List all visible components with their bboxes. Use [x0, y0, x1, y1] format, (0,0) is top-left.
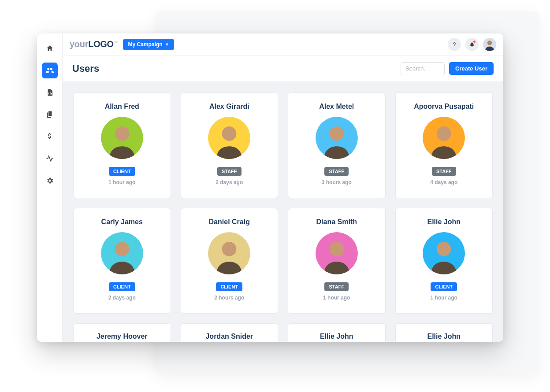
user-card[interactable]: Ellie John	[395, 323, 493, 342]
user-card[interactable]: Diana SmithSTAFF1 hour ago	[288, 208, 386, 314]
user-avatar	[101, 117, 143, 159]
user-card[interactable]: Ellie JohnCLIENT1 hour ago	[395, 208, 493, 314]
role-badge: STAFF	[217, 167, 242, 176]
time-ago: 2 days ago	[216, 179, 243, 185]
user-card[interactable]: Allan FredCLIENT1 hour ago	[73, 92, 171, 198]
avatar-icon	[208, 117, 250, 159]
user-avatar	[208, 117, 250, 159]
user-card[interactable]: Apoorva PusapatiSTAFF4 days ago	[395, 92, 493, 198]
home-icon	[46, 44, 54, 52]
user-grid: Allan FredCLIENT1 hour agoAlex GirardiST…	[73, 92, 493, 342]
user-name: Daniel Craig	[209, 218, 250, 226]
gear-icon	[46, 177, 54, 185]
role-badge: CLIENT	[109, 282, 135, 291]
main-column: yourLOGO™ My Campaign ▼ Users	[63, 33, 503, 342]
logo-tm: ™	[114, 41, 118, 44]
avatar-icon	[316, 232, 358, 274]
user-card[interactable]: Jordan Snider	[181, 323, 279, 342]
time-ago: 1 hour ago	[108, 179, 135, 185]
documents-icon	[46, 111, 54, 118]
user-name: Alex Girardi	[209, 103, 249, 111]
activity-icon	[46, 155, 54, 163]
notifications-button[interactable]	[465, 38, 479, 51]
user-name: Jordan Snider	[205, 333, 253, 340]
svg-point-13	[222, 242, 237, 256]
svg-point-15	[329, 242, 344, 256]
svg-point-17	[437, 242, 451, 256]
avatar-icon	[208, 232, 250, 274]
campaign-dropdown[interactable]: My Campaign ▼	[123, 39, 175, 50]
avatar-icon	[423, 117, 465, 159]
search-input[interactable]	[401, 62, 445, 75]
user-avatar	[423, 232, 465, 274]
user-name: Diana Smith	[316, 218, 357, 226]
dollar-icon	[46, 133, 54, 141]
logo-part1: your	[70, 39, 88, 49]
sidebar-item-users[interactable]	[42, 63, 58, 78]
sidebar-item-settings[interactable]	[42, 173, 58, 189]
user-avatar	[208, 232, 250, 274]
chevron-down-icon: ▼	[165, 42, 169, 47]
current-user-avatar[interactable]	[483, 38, 496, 51]
logo: yourLOGO™	[70, 39, 118, 49]
time-ago: 1 hour ago	[431, 295, 457, 301]
user-name: Allan Fred	[105, 103, 139, 111]
page-title: Users	[72, 63, 99, 74]
avatar-icon	[101, 117, 143, 159]
user-avatar	[423, 117, 465, 159]
user-card[interactable]: Alex MetelSTAFF3 hours ago	[288, 92, 386, 198]
svg-point-11	[115, 242, 129, 256]
time-ago: 4 days ago	[430, 179, 457, 185]
user-card[interactable]: Carly JamesCLIENT2 days ago	[73, 208, 171, 314]
user-card[interactable]: Ellie John	[288, 323, 386, 342]
role-badge: STAFF	[324, 282, 349, 291]
role-badge: CLIENT	[216, 282, 242, 291]
sidebar-item-reports[interactable]	[42, 85, 58, 100]
avatar-icon	[483, 38, 496, 51]
avatar-icon	[316, 117, 358, 159]
report-icon	[46, 89, 54, 96]
sidebar-item-home[interactable]	[42, 41, 58, 56]
user-name: Ellie John	[427, 333, 461, 340]
user-avatar	[101, 232, 143, 274]
user-card[interactable]: Jeremy Hoover	[73, 323, 171, 342]
user-card[interactable]: Alex GirardiSTAFF2 days ago	[181, 92, 279, 198]
role-badge: STAFF	[432, 167, 456, 176]
time-ago: 3 hours ago	[322, 179, 352, 185]
svg-point-3	[115, 126, 129, 141]
user-name: Ellie John	[427, 218, 461, 226]
subheader: Users Create User	[63, 55, 503, 82]
help-button[interactable]	[448, 38, 461, 51]
svg-point-5	[222, 126, 237, 141]
role-badge: CLIENT	[109, 167, 135, 176]
svg-point-1	[487, 41, 492, 45]
notification-dot-icon	[473, 41, 476, 43]
sidebar-item-billing[interactable]	[42, 129, 58, 144]
content-area: Allan FredCLIENT1 hour agoAlex GirardiST…	[63, 82, 503, 342]
sidebar	[37, 33, 63, 342]
user-name: Jeremy Hoover	[97, 333, 148, 340]
user-avatar	[316, 117, 358, 159]
svg-point-9	[437, 126, 451, 141]
app-window: yourLOGO™ My Campaign ▼ Users	[37, 33, 503, 342]
logo-part2: LOGO	[88, 39, 114, 49]
time-ago: 2 hours ago	[214, 295, 244, 301]
user-avatar	[316, 232, 358, 274]
sidebar-item-documents[interactable]	[42, 107, 58, 122]
user-name: Ellie John	[320, 333, 353, 340]
campaign-label: My Campaign	[128, 41, 163, 48]
question-icon	[451, 41, 457, 48]
topbar: yourLOGO™ My Campaign ▼	[63, 33, 503, 55]
user-name: Alex Metel	[319, 103, 354, 111]
time-ago: 2 days ago	[108, 295, 136, 301]
user-name: Apoorva Pusapati	[414, 103, 474, 111]
sidebar-item-activity[interactable]	[42, 151, 58, 166]
role-badge: CLIENT	[431, 282, 457, 291]
svg-point-7	[329, 126, 344, 141]
user-card[interactable]: Daniel CraigCLIENT2 hours ago	[181, 208, 279, 314]
avatar-icon	[101, 232, 143, 274]
create-user-button[interactable]: Create User	[449, 62, 494, 75]
users-icon	[45, 66, 54, 75]
time-ago: 1 hour ago	[323, 295, 350, 301]
user-name: Carly James	[101, 218, 143, 226]
